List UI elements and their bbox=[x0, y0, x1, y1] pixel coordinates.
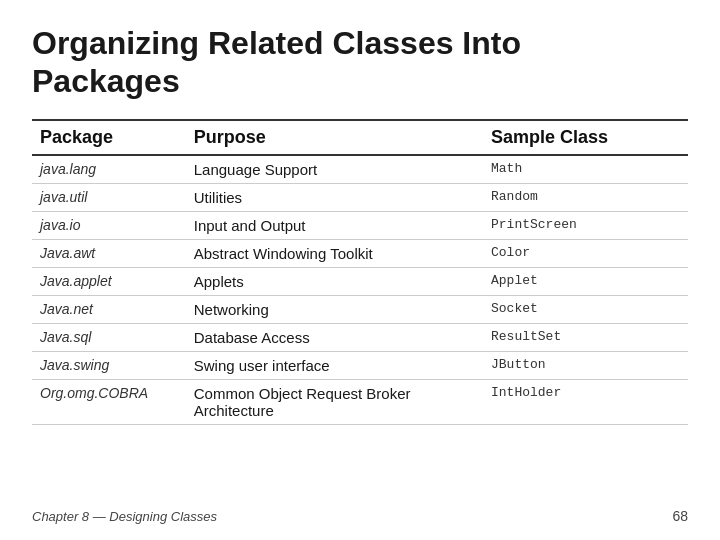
cell-purpose: Applets bbox=[186, 267, 483, 295]
cell-sample: Applet bbox=[483, 267, 688, 295]
cell-sample: Socket bbox=[483, 295, 688, 323]
table-container: Package Purpose Sample Class java.langLa… bbox=[32, 119, 688, 492]
cell-package: java.io bbox=[32, 211, 186, 239]
cell-purpose: Common Object Request Broker Architectur… bbox=[186, 379, 483, 424]
cell-purpose: Language Support bbox=[186, 155, 483, 184]
table-row: java.ioInput and OutputPrintScreen bbox=[32, 211, 688, 239]
cell-sample: PrintScreen bbox=[483, 211, 688, 239]
cell-package: java.lang bbox=[32, 155, 186, 184]
cell-purpose: Utilities bbox=[186, 183, 483, 211]
footer-chapter: Chapter 8 — Designing Classes bbox=[32, 509, 217, 524]
packages-table: Package Purpose Sample Class java.langLa… bbox=[32, 119, 688, 425]
cell-sample: IntHolder bbox=[483, 379, 688, 424]
cell-sample: Math bbox=[483, 155, 688, 184]
cell-package: Java.awt bbox=[32, 239, 186, 267]
footer-page: 68 bbox=[672, 508, 688, 524]
cell-purpose: Database Access bbox=[186, 323, 483, 351]
cell-sample: ResultSet bbox=[483, 323, 688, 351]
page: Organizing Related Classes Into Packages… bbox=[0, 0, 720, 540]
col-header-sample: Sample Class bbox=[483, 120, 688, 155]
col-header-package: Package bbox=[32, 120, 186, 155]
cell-purpose: Networking bbox=[186, 295, 483, 323]
page-title: Organizing Related Classes Into Packages bbox=[32, 24, 688, 101]
table-row: Java.awtAbstract Windowing ToolkitColor bbox=[32, 239, 688, 267]
cell-purpose: Abstract Windowing Toolkit bbox=[186, 239, 483, 267]
footer: Chapter 8 — Designing Classes 68 bbox=[32, 502, 688, 524]
cell-sample: JButton bbox=[483, 351, 688, 379]
cell-package: Java.sql bbox=[32, 323, 186, 351]
cell-package: Java.net bbox=[32, 295, 186, 323]
cell-purpose: Swing user interface bbox=[186, 351, 483, 379]
cell-package: Java.swing bbox=[32, 351, 186, 379]
table-row: Java.swingSwing user interfaceJButton bbox=[32, 351, 688, 379]
table-row: Java.sqlDatabase AccessResultSet bbox=[32, 323, 688, 351]
table-row: java.langLanguage SupportMath bbox=[32, 155, 688, 184]
table-row: java.utilUtilitiesRandom bbox=[32, 183, 688, 211]
cell-package: Org.omg.COBRA bbox=[32, 379, 186, 424]
cell-package: java.util bbox=[32, 183, 186, 211]
col-header-purpose: Purpose bbox=[186, 120, 483, 155]
cell-sample: Random bbox=[483, 183, 688, 211]
table-row: Java.appletAppletsApplet bbox=[32, 267, 688, 295]
table-header-row: Package Purpose Sample Class bbox=[32, 120, 688, 155]
cell-package: Java.applet bbox=[32, 267, 186, 295]
table-row: Java.netNetworkingSocket bbox=[32, 295, 688, 323]
cell-sample: Color bbox=[483, 239, 688, 267]
table-row: Org.omg.COBRACommon Object Request Broke… bbox=[32, 379, 688, 424]
cell-purpose: Input and Output bbox=[186, 211, 483, 239]
